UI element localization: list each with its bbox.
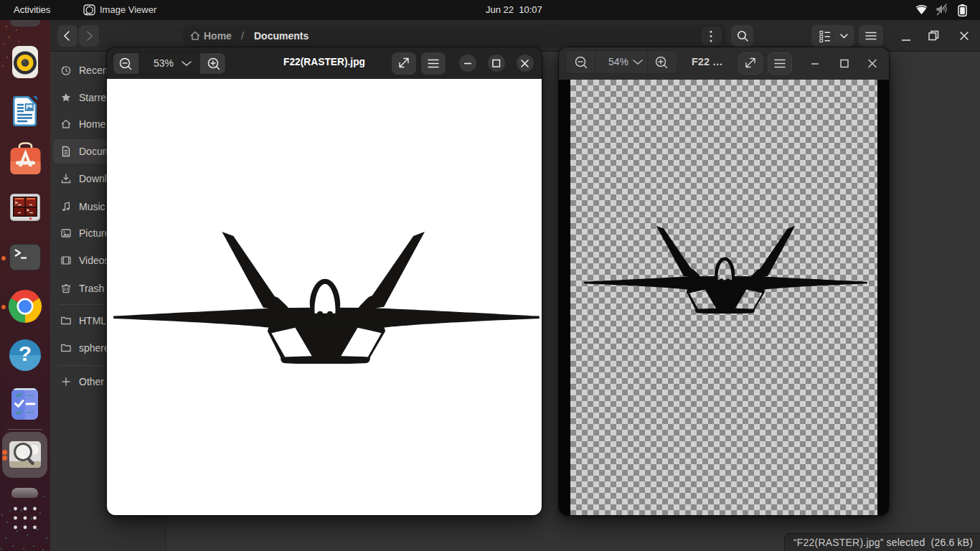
svg-text:54%: 54% (608, 56, 628, 67)
svg-text:?: ? (19, 342, 32, 365)
svg-text:53%: 53% (154, 57, 174, 69)
